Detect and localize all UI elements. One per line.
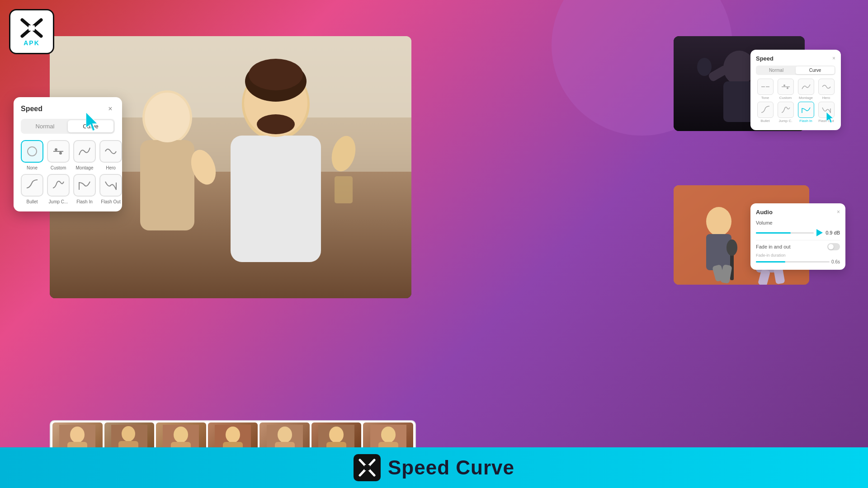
curve-flash-in[interactable]: Flash In	[73, 174, 96, 204]
svg-rect-3	[28, 25, 35, 31]
svg-point-14	[249, 59, 303, 90]
svg-point-32	[278, 427, 292, 443]
svg-point-62	[706, 207, 731, 236]
svg-point-38	[381, 427, 396, 443]
bottom-logo	[354, 454, 381, 481]
bottom-title: Speed Curve	[388, 456, 514, 479]
svg-point-40	[28, 147, 37, 156]
svg-rect-75	[364, 465, 370, 470]
fade-toggle[interactable]	[827, 243, 840, 250]
logo-apk-text: APK	[24, 39, 40, 47]
bottom-bar: Speed Curve	[0, 447, 868, 488]
svg-point-51	[697, 58, 712, 76]
svg-point-29	[226, 427, 240, 443]
curve-custom[interactable]: Custom	[47, 140, 70, 170]
svg-point-42	[55, 148, 57, 151]
fade-duration-slider[interactable]	[756, 261, 830, 263]
audio-panel-title: Audio	[756, 209, 773, 216]
right-panel-bottom: Audio × Volume 0.9 dB Fade in and out Fa…	[674, 185, 845, 285]
fade-duration-value: 0.6s	[831, 259, 840, 264]
svg-rect-11	[231, 136, 321, 262]
svg-point-9	[145, 93, 190, 142]
audio-panel-close[interactable]: ×	[837, 209, 840, 216]
cursor-arrow	[86, 112, 108, 135]
mini-speed-title: Speed	[756, 55, 774, 62]
svg-point-20	[70, 427, 85, 443]
svg-rect-8	[140, 140, 194, 230]
svg-point-57	[787, 87, 788, 89]
svg-point-23	[122, 426, 135, 441]
curve-none[interactable]: None	[21, 140, 43, 170]
svg-point-35	[329, 427, 344, 443]
audio-play-btn[interactable]	[816, 229, 823, 236]
speed-tab-normal[interactable]: Normal	[22, 120, 68, 132]
logo: APK	[9, 9, 54, 54]
svg-point-56	[783, 84, 785, 86]
right-panel-top: Speed × Normal Curve Tone Custom	[674, 36, 841, 131]
curve-montage[interactable]: Montage	[73, 140, 96, 170]
mini-speed-panel: Speed × Normal Curve Tone Custom	[750, 50, 841, 130]
curve-jump-cut[interactable]: Jump C...	[47, 174, 70, 204]
svg-point-15	[257, 114, 295, 134]
svg-point-43	[59, 152, 62, 155]
volume-label: Volume	[756, 220, 773, 225]
volume-slider[interactable]	[756, 232, 814, 234]
fade-duration-label: Fade-in duration	[756, 253, 840, 258]
svg-rect-18	[335, 176, 353, 203]
fade-in-out-label: Fade in and out	[756, 244, 790, 249]
mini-tab-curve[interactable]: Curve	[796, 66, 835, 74]
svg-marker-44	[86, 112, 98, 131]
speed-panel-title: Speed	[21, 105, 42, 113]
mini-speed-close[interactable]: ×	[832, 55, 835, 62]
mini-tab-normal[interactable]: Normal	[757, 66, 796, 74]
volume-value: 0.9 dB	[826, 230, 840, 235]
curve-flash-out[interactable]: Flash Out	[99, 174, 122, 204]
curve-options: None Custom Montage	[21, 140, 115, 204]
curve-bullet[interactable]: Bullet	[21, 174, 43, 204]
curve-hero[interactable]: Hero	[99, 140, 122, 170]
mini-cursor	[826, 112, 839, 127]
svg-point-26	[174, 427, 188, 443]
svg-marker-58	[826, 112, 833, 123]
svg-point-67	[726, 239, 737, 256]
audio-panel: Audio × Volume 0.9 dB Fade in and out Fa…	[750, 203, 845, 270]
